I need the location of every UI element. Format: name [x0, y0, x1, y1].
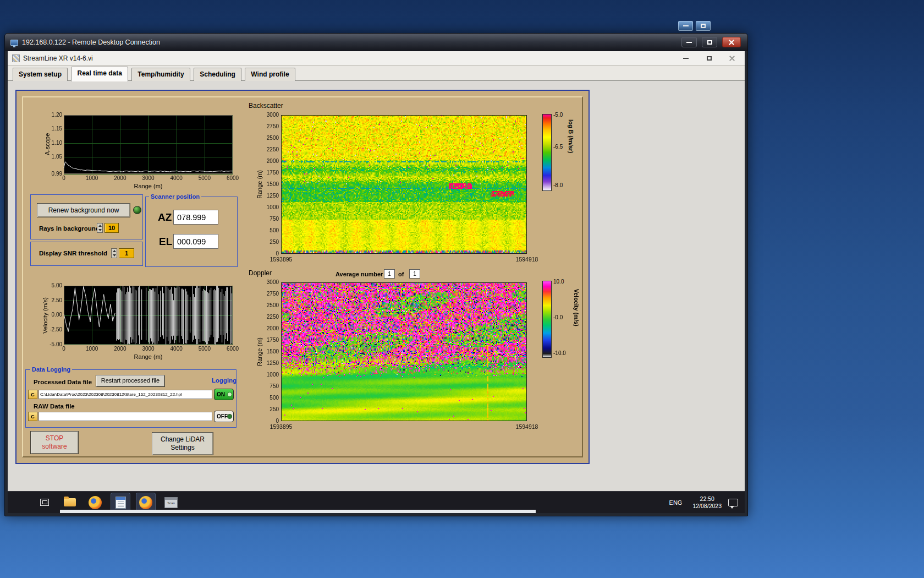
raw-path-browse-button[interactable]: C	[28, 412, 37, 421]
front-panel-inner: A-scope Range (m) Renew background now R…	[22, 96, 583, 457]
document-app-button[interactable]	[111, 493, 130, 512]
toggle-knob-icon	[227, 392, 232, 397]
clock-date: 12/08/2023	[692, 503, 722, 510]
snr-value-field[interactable]: 1	[119, 248, 134, 258]
tab-label: Wind profile	[251, 70, 289, 78]
firefox-button[interactable]	[86, 493, 105, 512]
tab-temp-humidity[interactable]: Temp/humidity	[131, 68, 190, 81]
stop-button-line2: software	[42, 443, 67, 451]
velocity-graph: Velocity (m/s) Range (m)	[30, 281, 238, 364]
taskview-button[interactable]	[35, 493, 54, 512]
average-number-field[interactable]: 1	[384, 269, 395, 279]
toggle-label: OFF	[217, 413, 228, 419]
tab-system-setup[interactable]: System setup	[13, 68, 68, 81]
rdp-minimize-button[interactable]	[681, 37, 697, 47]
restart-processed-file-button[interactable]: Restart processed file	[96, 375, 165, 387]
folder-icon	[64, 498, 76, 506]
maximize-icon	[707, 40, 712, 45]
background-window-minimize-button[interactable]	[678, 21, 693, 31]
app-titlebar[interactable]: StreamLine XR v14-6.vi	[8, 51, 745, 66]
average-total-field[interactable]: 1	[409, 269, 420, 279]
app-close-button[interactable]	[724, 53, 740, 64]
doppler-heatmap	[254, 279, 540, 431]
average-number-label: Average number	[336, 271, 383, 277]
colorbar-tick: -5.0	[553, 112, 573, 118]
rdp-titlebar[interactable]: 192.168.0.122 - Remote Desktop Connectio…	[5, 34, 747, 51]
processed-path-field[interactable]: C:\Lidar\Data\Proc\2023\202308\20230812\…	[38, 390, 212, 399]
raw-logging-toggle[interactable]: OFF	[214, 411, 234, 422]
background-window-maximize-button[interactable]	[696, 21, 711, 31]
tab-page-real-time-data: A-scope Range (m) Renew background now R…	[8, 81, 745, 491]
app-minimize-button[interactable]	[678, 53, 694, 64]
desktop: { "colors": { "panel_tan": "#c9af83", "g…	[0, 0, 924, 578]
processed-path-browse-button[interactable]: C	[28, 390, 37, 399]
azimuth-value-field[interactable]: 078.999	[173, 210, 218, 225]
notification-icon[interactable]	[728, 499, 738, 506]
tab-scheduling[interactable]: Scheduling	[194, 68, 241, 81]
file-explorer-button[interactable]	[61, 493, 79, 512]
clock[interactable]: 22:50 12/08/2023	[692, 495, 722, 510]
change-button-line2: Settings	[170, 444, 194, 452]
doppler-colorbar	[542, 281, 552, 358]
a-scope-y-axis-label: A-scope	[44, 121, 51, 168]
colorbar-tick: -0.0	[553, 314, 573, 320]
processed-logging-toggle[interactable]: ON	[214, 389, 234, 400]
azimuth-label: AZ	[158, 211, 172, 223]
a-scope-plot	[30, 111, 241, 194]
snr-threshold-label: Display SNR threshold	[39, 250, 107, 257]
toggle-knob-icon	[227, 414, 232, 419]
background-window-controls	[678, 21, 711, 31]
remote-desktop-screen: StreamLine XR v14-6.vi System setup Real…	[8, 51, 745, 513]
backscatter-colorbar-label: log B (/m/sr)	[568, 119, 574, 186]
tab-label: Real time data	[77, 69, 122, 77]
colorbar-tick: -10.0	[553, 350, 573, 356]
firefox-icon	[89, 496, 102, 509]
doppler-y-axis-label: Range (m)	[256, 318, 263, 386]
restore-icon	[707, 56, 712, 61]
scanner-position-group: Scanner position AZ 078.999 EL 000.099	[145, 197, 238, 267]
backscatter-heatmap	[254, 112, 540, 264]
background-controls-group: Renew background now Rays in background …	[30, 194, 143, 239]
remote-desktop-icon	[10, 40, 18, 46]
firefox-icon	[139, 496, 152, 509]
tab-label: Temp/humidity	[138, 70, 184, 78]
app-window-title: StreamLine XR v14-6.vi	[23, 54, 93, 62]
document-icon	[116, 497, 126, 509]
minimize-icon	[683, 58, 689, 59]
snr-threshold-group: Display SNR threshold 1	[30, 242, 143, 266]
clock-time: 22:50	[692, 495, 722, 503]
rays-in-background-label: Rays in background	[39, 225, 100, 232]
firefox-active-button[interactable]	[136, 493, 155, 512]
rdp-maximize-button[interactable]	[702, 37, 717, 47]
data-logging-title: Data Logging	[30, 366, 72, 373]
close-icon	[728, 39, 735, 46]
stop-button-line1: STOP	[46, 434, 63, 443]
scan-app-button[interactable]: Scan	[162, 493, 180, 512]
rdp-close-button[interactable]	[722, 37, 741, 47]
rdp-window: 192.168.0.122 - Remote Desktop Connectio…	[4, 33, 748, 516]
rays-value-field[interactable]: 10	[105, 223, 119, 233]
renew-background-button[interactable]: Renew background now	[37, 203, 130, 217]
toggle-label: ON	[217, 391, 225, 397]
elevation-value-field[interactable]: 000.099	[173, 234, 218, 249]
raw-data-file-label: RAW Data file	[34, 403, 75, 410]
scan-window-icon: Scan	[164, 497, 178, 508]
minimize-icon	[683, 25, 689, 26]
taskview-icon	[40, 499, 49, 506]
backscatter-y-axis-label: Range (m)	[256, 150, 263, 219]
backscatter-colorbar	[542, 114, 552, 191]
app-restore-button[interactable]	[701, 53, 717, 64]
doppler-colorbar-label: Velocity (m/s)	[573, 289, 580, 361]
language-indicator[interactable]: ENG	[666, 497, 686, 509]
rays-spinner[interactable]	[97, 223, 103, 233]
change-lidar-settings-button[interactable]: Change LiDAR Settings	[152, 432, 213, 455]
tab-real-time-data[interactable]: Real time data	[71, 67, 128, 81]
snr-spinner[interactable]	[111, 248, 117, 258]
elevation-label: EL	[159, 236, 172, 248]
stop-software-button[interactable]: STOP software	[30, 431, 79, 454]
tab-wind-profile[interactable]: Wind profile	[245, 68, 295, 81]
raw-path-field[interactable]	[38, 412, 212, 421]
a-scope-graph: A-scope Range (m)	[30, 111, 238, 193]
scanner-position-title: Scanner position	[149, 193, 201, 200]
backscatter-title: Backscatter	[249, 102, 283, 110]
